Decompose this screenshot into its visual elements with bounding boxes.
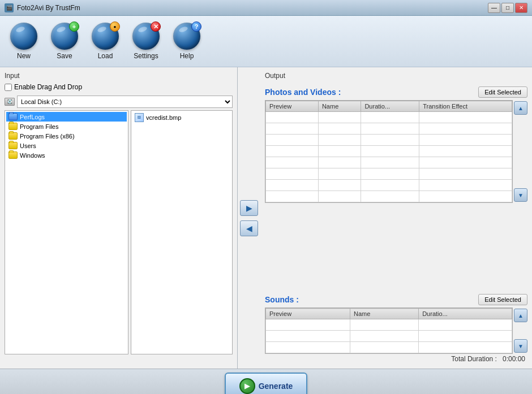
output-panel-title: Output: [265, 72, 527, 80]
settings-button[interactable]: ✕ Settings: [128, 20, 164, 62]
tree-item-program-files-label: Program Files: [20, 123, 58, 130]
sounds-empty-row-3: [266, 342, 512, 353]
photos-section: Photos and Videos : Edit Selected Previe…: [265, 86, 527, 289]
photos-empty-row-4: [266, 146, 512, 157]
tree-item-program-files-x86-label: Program Files (x86): [20, 133, 75, 140]
photos-empty-row-3: [266, 135, 512, 146]
help-button[interactable]: ? Help: [169, 20, 205, 62]
photos-col-transition: Transition Effect: [419, 101, 512, 112]
file-item-vcredist[interactable]: 🖼 vcredist.bmp: [132, 112, 231, 123]
app-icon: 🎬: [5, 3, 14, 12]
settings-icon: ✕: [132, 23, 160, 50]
photos-empty-row-7: [266, 180, 512, 191]
title-bar-text: Foto2Avi By TrustFm: [17, 4, 488, 12]
sounds-table-container: Preview Name Duratio... ▲: [265, 308, 527, 354]
load-label: Load: [98, 52, 113, 60]
photos-empty-row-5: [266, 157, 512, 168]
tree-item-perflogs-label: PerfLogs: [20, 114, 45, 120]
photos-col-preview: Preview: [266, 101, 319, 112]
folder-icon-windows: [8, 151, 18, 159]
load-icon: ●: [92, 23, 119, 50]
sounds-table: Preview Name Duratio...: [265, 308, 513, 354]
help-badge: ?: [191, 21, 201, 32]
tree-item-users-label: Users: [20, 142, 36, 149]
folder-icon-program-files: [8, 123, 18, 130]
settings-badge: ✕: [151, 21, 161, 32]
help-icon: ?: [173, 23, 200, 50]
sounds-data-table: Preview Name Duratio...: [265, 308, 512, 353]
sounds-col-preview: Preview: [266, 309, 350, 319]
input-panel: Input Enable Drag And Drop 💽 Local Disk …: [0, 67, 238, 369]
drive-selector: 💽 Local Disk (C:): [5, 96, 233, 108]
total-duration-value: 0:00:00: [503, 355, 525, 363]
generate-button[interactable]: ▶ Generate: [225, 373, 308, 395]
close-button[interactable]: ✕: [515, 3, 527, 13]
input-panel-title: Input: [5, 72, 233, 80]
new-button[interactable]: New: [6, 20, 42, 62]
sounds-empty-row-1: [266, 319, 512, 331]
sounds-scroll-up-button[interactable]: ▲: [514, 309, 527, 322]
save-button[interactable]: + Save: [46, 20, 83, 62]
photos-col-name: Name: [318, 101, 361, 112]
tree-item-program-files[interactable]: Program Files: [6, 122, 127, 131]
photos-empty-row-8: [266, 191, 512, 202]
photos-empty-row-2: [266, 123, 512, 135]
toolbar: New + Save ● Load ✕ Settings ? Help: [0, 16, 532, 67]
total-duration-label: Total Duration :: [451, 355, 497, 363]
save-label: Save: [57, 52, 72, 60]
tree-item-program-files-x86[interactable]: Program Files (x86): [6, 131, 127, 141]
folder-tree[interactable]: PerfLogs Program Files Program Files (x8…: [5, 110, 128, 354]
play-icon: ▶: [239, 378, 255, 394]
photos-scroll-buttons: ▲ ▼: [514, 100, 527, 203]
tree-item-perflogs[interactable]: PerfLogs: [6, 112, 127, 122]
edit-selected-photos-button[interactable]: Edit Selected: [478, 86, 527, 98]
photos-table-container: Preview Name Duratio... Transition Effec…: [265, 100, 527, 203]
sounds-col-name: Name: [350, 309, 419, 319]
photos-empty-row-1: [266, 112, 512, 123]
sounds-col-duration: Duratio...: [419, 309, 512, 319]
folder-icon-users: [8, 142, 18, 149]
transfer-right-button[interactable]: ▶: [240, 200, 258, 216]
title-bar: 🎬 Foto2Avi By TrustFm — □ ✕: [0, 0, 532, 16]
generate-label: Generate: [259, 382, 293, 391]
photos-col-duration: Duratio...: [361, 101, 419, 112]
new-label: New: [17, 52, 31, 60]
sounds-empty-row-2: [266, 331, 512, 342]
photos-header: Photos and Videos : Edit Selected: [265, 86, 527, 98]
photos-scroll-up-button[interactable]: ▲: [514, 101, 527, 115]
transfer-left-button[interactable]: ◀: [240, 220, 258, 236]
title-bar-controls: — □ ✕: [488, 3, 527, 13]
save-badge: +: [69, 21, 79, 32]
left-arrow-icon: ◀: [246, 224, 252, 233]
file-item-vcredist-label: vcredist.bmp: [146, 114, 181, 121]
right-arrow-icon: ▶: [246, 204, 252, 213]
drive-dropdown[interactable]: Local Disk (C:): [17, 96, 233, 108]
save-icon: +: [51, 23, 78, 50]
drive-icon: 💽: [5, 98, 15, 106]
sounds-scroll-buttons: ▲ ▼: [514, 308, 527, 354]
sounds-section: Sounds : Edit Selected Preview Name Dura…: [265, 294, 527, 364]
sounds-scroll-down-button[interactable]: ▼: [514, 339, 527, 353]
help-label: Help: [180, 52, 194, 60]
bottom-bar: ▶ Generate: [0, 369, 532, 394]
drag-drop-label: Enable Drag And Drop: [14, 83, 82, 91]
file-list[interactable]: 🖼 vcredist.bmp: [131, 110, 233, 354]
sounds-header: Sounds : Edit Selected: [265, 294, 527, 305]
tree-item-windows[interactable]: Windows: [6, 150, 127, 160]
tree-item-users[interactable]: Users: [6, 141, 127, 150]
folder-icon-perflogs: [8, 113, 18, 120]
folder-icon-program-files-x86: [8, 132, 18, 140]
photos-table: Preview Name Duratio... Transition Effec…: [265, 100, 513, 203]
maximize-button[interactable]: □: [501, 3, 514, 13]
drag-drop-row: Enable Drag And Drop: [5, 83, 233, 91]
settings-label: Settings: [134, 52, 158, 60]
drag-drop-checkbox[interactable]: [5, 84, 12, 91]
photos-empty-row-6: [266, 168, 512, 180]
photos-scroll-down-button[interactable]: ▼: [514, 188, 527, 202]
main-area: Input Enable Drag And Drop 💽 Local Disk …: [0, 67, 532, 369]
edit-selected-sounds-button[interactable]: Edit Selected: [478, 294, 527, 305]
minimize-button[interactable]: —: [488, 3, 500, 13]
load-button[interactable]: ● Load: [87, 20, 123, 62]
new-icon: [10, 23, 37, 50]
load-badge: ●: [110, 21, 120, 32]
